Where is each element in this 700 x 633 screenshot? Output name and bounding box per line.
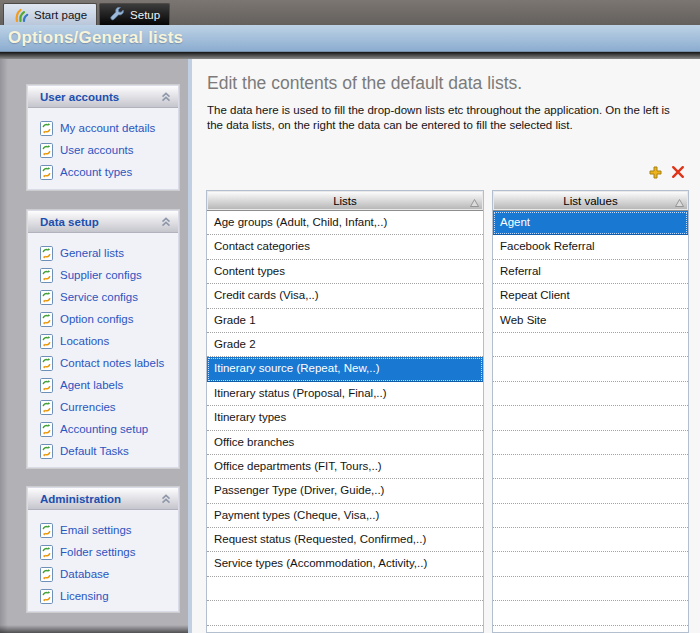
header-shadow xyxy=(0,52,700,59)
sidebar-item-contact-notes-labels[interactable]: Contact notes labels xyxy=(28,352,178,374)
list-row[interactable]: Content types xyxy=(207,260,483,284)
sidebar-group-administration: Administration Email settingsFolder sett… xyxy=(27,487,179,612)
list-values-grid-body: AgentFacebook ReferralReferralRepeat Cli… xyxy=(493,211,688,632)
group-header[interactable]: User accounts xyxy=(28,86,178,108)
sort-ascending-icon xyxy=(675,197,684,209)
list-row[interactable]: Credit cards (Visa,..) xyxy=(207,284,483,308)
group-header[interactable]: Administration xyxy=(28,488,178,510)
sidebar-item-label: Default Tasks xyxy=(60,445,129,457)
left-edge-shade xyxy=(0,59,8,633)
sidebar-item-default-tasks[interactable]: Default Tasks xyxy=(28,440,178,462)
sidebar-item-database[interactable]: Database xyxy=(28,563,178,585)
sidebar-item-option-configs[interactable]: Option configs xyxy=(28,308,178,330)
list-row-empty xyxy=(493,357,688,381)
list-doc-icon xyxy=(40,400,53,415)
list-row-empty xyxy=(493,431,688,455)
list-doc-icon xyxy=(40,545,53,560)
sidebar-item-email-settings[interactable]: Email settings xyxy=(28,519,178,541)
tab-setup[interactable]: Setup xyxy=(99,3,170,25)
sidebar-item-label: Locations xyxy=(60,335,109,347)
list-row[interactable]: Office departments (FIT, Tours,..) xyxy=(207,455,483,479)
sidebar-item-label: Folder settings xyxy=(60,546,135,558)
add-plus-icon[interactable] xyxy=(647,164,663,180)
list-row[interactable]: Facebook Referral xyxy=(493,235,688,259)
chevron-double-up-icon[interactable] xyxy=(161,88,171,106)
list-row-empty xyxy=(207,577,483,601)
group-items: My account detailsUser accountsAccount t… xyxy=(28,108,178,183)
list-row[interactable]: Passenger Type (Driver, Guide,..) xyxy=(207,479,483,503)
tab-label: Start page xyxy=(34,9,87,21)
sidebar-item-agent-labels[interactable]: Agent labels xyxy=(28,374,178,396)
tab-start-page[interactable]: Start page xyxy=(3,3,97,25)
sidebar-item-label: Agent labels xyxy=(60,379,123,391)
sort-ascending-icon xyxy=(470,197,479,209)
list-row[interactable]: Payment types (Cheque, Visa,..) xyxy=(207,504,483,528)
list-row[interactable]: Itinerary types xyxy=(207,406,483,430)
group-items: Email settingsFolder settingsDatabaseLic… xyxy=(28,510,178,607)
list-doc-icon xyxy=(40,567,53,582)
list-doc-icon xyxy=(40,290,53,305)
list-row-empty xyxy=(493,626,688,632)
sidebar-item-locations[interactable]: Locations xyxy=(28,330,178,352)
sidebar-item-label: Option configs xyxy=(60,313,134,325)
sidebar-item-user-accounts[interactable]: User accounts xyxy=(28,139,178,161)
list-row[interactable]: Referral xyxy=(493,260,688,284)
list-row[interactable]: Contact categories xyxy=(207,235,483,259)
lists-grid: Lists Age groups (Adult, Child, Infant,.… xyxy=(206,190,484,633)
list-row[interactable]: Web Site xyxy=(493,309,688,333)
list-row[interactable]: Service types (Accommodation, Activity,.… xyxy=(207,552,483,576)
list-row[interactable]: Age groups (Adult, Child, Infant,..) xyxy=(207,211,483,235)
sidebar-item-label: Contact notes labels xyxy=(60,357,164,369)
lists-column-header[interactable]: Lists xyxy=(207,191,483,211)
list-values-column-header[interactable]: List values xyxy=(493,191,688,211)
list-row-empty xyxy=(493,577,688,601)
list-row[interactable]: Request status (Requested, Confirmed,..) xyxy=(207,528,483,552)
page-heading: Edit the contents of the default data li… xyxy=(207,73,522,94)
list-row-empty xyxy=(493,333,688,357)
sidebar-item-folder-settings[interactable]: Folder settings xyxy=(28,541,178,563)
sidebar-item-label: Account types xyxy=(60,166,132,178)
delete-x-icon[interactable] xyxy=(670,164,686,180)
sidebar-item-label: Licensing xyxy=(60,590,109,602)
list-row[interactable]: Itinerary source (Repeat, New,..) xyxy=(207,357,483,381)
list-row[interactable]: Itinerary status (Proposal, Final,..) xyxy=(207,382,483,406)
chevron-double-up-icon[interactable] xyxy=(161,213,171,231)
list-row-empty xyxy=(207,601,483,625)
list-row-empty xyxy=(493,382,688,406)
list-doc-icon xyxy=(40,356,53,371)
sidebar-item-account-types[interactable]: Account types xyxy=(28,161,178,183)
group-title: Data setup xyxy=(40,216,161,228)
sidebar-item-service-configs[interactable]: Service configs xyxy=(28,286,178,308)
sidebar-item-general-lists[interactable]: General lists xyxy=(28,242,178,264)
tab-label: Setup xyxy=(130,9,160,21)
sidebar-group-data-setup: Data setup General listsSupplier configs… xyxy=(27,210,179,468)
sidebar-item-accounting-setup[interactable]: Accounting setup xyxy=(28,418,178,440)
sidebar-item-supplier-configs[interactable]: Supplier configs xyxy=(28,264,178,286)
list-row[interactable]: Agent xyxy=(493,211,688,235)
sidebar-item-label: Database xyxy=(60,568,109,580)
sidebar-item-label: Email settings xyxy=(60,524,132,536)
list-doc-icon xyxy=(40,121,53,136)
group-title: Administration xyxy=(40,493,161,505)
sidebar-item-label: My account details xyxy=(60,122,155,134)
tab-strip: Start page Setup xyxy=(0,0,700,25)
sidebar-item-label: Service configs xyxy=(60,291,138,303)
list-row[interactable]: Office branches xyxy=(207,431,483,455)
list-row[interactable]: Grade 1 xyxy=(207,309,483,333)
chevron-double-up-icon[interactable] xyxy=(161,490,171,508)
column-title: Lists xyxy=(333,195,357,207)
list-row-empty xyxy=(493,601,688,625)
page-header: Options/General lists xyxy=(0,25,700,52)
group-title: User accounts xyxy=(40,91,161,103)
sidebar-item-my-account-details[interactable]: My account details xyxy=(28,117,178,139)
bottom-edge-shade xyxy=(0,625,192,633)
sidebar-item-currencies[interactable]: Currencies xyxy=(28,396,178,418)
list-row-empty xyxy=(493,455,688,479)
list-row[interactable]: Grade 2 xyxy=(207,333,483,357)
list-row-empty xyxy=(207,626,483,632)
sidebar-item-licensing[interactable]: Licensing xyxy=(28,585,178,607)
sidebar-item-label: Currencies xyxy=(60,401,116,413)
wrench-icon xyxy=(109,7,125,23)
group-header[interactable]: Data setup xyxy=(28,211,178,233)
list-row[interactable]: Repeat Client xyxy=(493,284,688,308)
